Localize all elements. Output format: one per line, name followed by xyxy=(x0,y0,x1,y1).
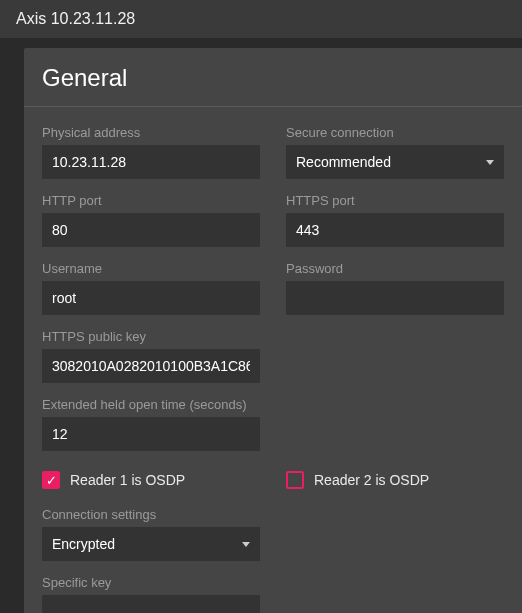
divider xyxy=(24,106,522,107)
specific-key-input[interactable] xyxy=(42,595,260,613)
extended-held-open-label: Extended held open time (seconds) xyxy=(42,397,260,412)
connection-settings-label: Connection settings xyxy=(42,507,260,522)
reader2-osdp-label: Reader 2 is OSDP xyxy=(314,472,429,488)
panel-heading: General xyxy=(24,48,522,96)
chevron-down-icon xyxy=(242,542,250,547)
http-port-label: HTTP port xyxy=(42,193,260,208)
https-public-key-label: HTTPS public key xyxy=(42,329,260,344)
https-public-key-input[interactable] xyxy=(42,349,260,383)
reader1-osdp-checkbox[interactable]: ✓ xyxy=(42,471,60,489)
physical-address-label: Physical address xyxy=(42,125,260,140)
http-port-input[interactable] xyxy=(42,213,260,247)
general-panel: General Physical address Secure connecti… xyxy=(24,48,522,613)
username-input[interactable] xyxy=(42,281,260,315)
window-title: Axis 10.23.11.28 xyxy=(0,0,522,38)
connection-settings-value: Encrypted xyxy=(52,536,115,552)
https-port-label: HTTPS port xyxy=(286,193,504,208)
secure-connection-value: Recommended xyxy=(296,154,391,170)
reader1-osdp-label: Reader 1 is OSDP xyxy=(70,472,185,488)
password-input[interactable] xyxy=(286,281,504,315)
chevron-down-icon xyxy=(486,160,494,165)
form: Physical address Secure connection Recom… xyxy=(24,125,522,613)
extended-held-open-input[interactable] xyxy=(42,417,260,451)
password-label: Password xyxy=(286,261,504,276)
secure-connection-select[interactable]: Recommended xyxy=(286,145,504,179)
physical-address-input[interactable] xyxy=(42,145,260,179)
connection-settings-select[interactable]: Encrypted xyxy=(42,527,260,561)
reader2-osdp-checkbox[interactable] xyxy=(286,471,304,489)
username-label: Username xyxy=(42,261,260,276)
https-port-input[interactable] xyxy=(286,213,504,247)
specific-key-label: Specific key xyxy=(42,575,260,590)
secure-connection-label: Secure connection xyxy=(286,125,504,140)
check-icon: ✓ xyxy=(46,474,57,487)
